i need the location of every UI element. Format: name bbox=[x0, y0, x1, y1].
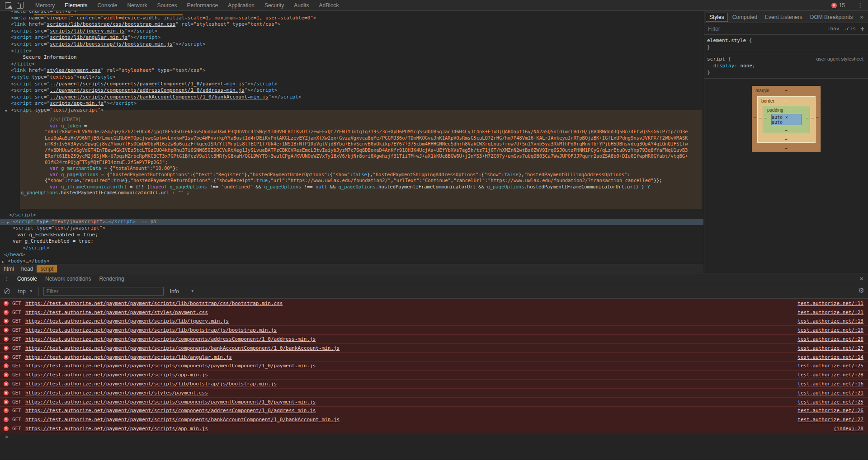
console-settings-gear-icon[interactable]: ⚙ bbox=[859, 286, 864, 295]
box-model-margin[interactable]: margin – – – – border – – – – padding – … bbox=[752, 86, 821, 152]
code-line[interactable]: var g_token = bbox=[20, 123, 703, 129]
code-line[interactable]: </script> bbox=[0, 245, 703, 252]
code-line[interactable]: ▼<script type="text/javascript"> bbox=[0, 107, 703, 114]
breadcrumb-item-script[interactable]: script bbox=[37, 265, 57, 272]
code-line[interactable]: var g_merchantData = {"totalAmount":"10.… bbox=[20, 165, 703, 172]
code-line[interactable] bbox=[20, 196, 703, 202]
tab-console[interactable]: Console bbox=[92, 0, 122, 11]
source-location-link[interactable]: test.authorize.net/:28 bbox=[797, 372, 868, 378]
code-line[interactable]: ▶<body>…</body> bbox=[0, 258, 703, 264]
breadcrumb-item-html[interactable]: html bbox=[0, 265, 18, 272]
code-line[interactable]: <title> bbox=[0, 48, 703, 55]
request-url-link[interactable]: https://test.authorize.net/payment/payme… bbox=[25, 363, 316, 369]
request-url-link[interactable]: https://test.authorize.net/payment/payme… bbox=[25, 327, 277, 333]
source-location-link[interactable]: test.authorize.net/:16 bbox=[797, 381, 868, 387]
code-line[interactable]: Secure Information bbox=[0, 54, 703, 61]
inspect-element-icon[interactable] bbox=[5, 2, 11, 9]
styles-filter-input[interactable]: Filter bbox=[704, 26, 720, 32]
selected-node-row[interactable]: ▶…<script type="text/javascript">…</scri… bbox=[0, 219, 703, 225]
tab-security[interactable]: Security bbox=[259, 0, 289, 11]
request-url-link[interactable]: https://test.authorize.net/payment/payme… bbox=[25, 372, 208, 378]
request-url-link[interactable]: https://test.authorize.net/payment/payme… bbox=[25, 408, 316, 413]
collapse-arrow-icon[interactable]: ▼ bbox=[5, 108, 7, 115]
source-location-link[interactable]: test.authorize.net/:21 bbox=[797, 390, 868, 396]
style-rule-element[interactable]: element.style { } bbox=[704, 35, 868, 53]
code-line[interactable]: nTK3rIv5V3Ayvs9pwqCj8vZYkmo7fFsOCmDWObyN… bbox=[20, 141, 703, 147]
drawer-menu-icon[interactable]: ⋮ bbox=[0, 276, 13, 282]
code-line[interactable]: {"show":true,"required":true},"hostedPay… bbox=[20, 178, 703, 184]
box-model-padding[interactable]: padding – – – – auto × auto bbox=[763, 106, 810, 133]
source-location-link[interactable]: test.authorize.net/:11 bbox=[797, 300, 868, 306]
box-model-border[interactable]: border – – – – padding – – – – auto × au… bbox=[757, 96, 816, 143]
source-location-link[interactable]: test.authorize.net/:26 bbox=[797, 408, 868, 413]
code-line[interactable]: </head> bbox=[0, 252, 703, 258]
sidebar-tab-event-listeners[interactable]: Event Listeners bbox=[762, 13, 806, 21]
code-line[interactable]: <script src="scripts/lib/bootstrap/js/bo… bbox=[0, 41, 703, 48]
code-line[interactable]: <script type="text/javascript"> bbox=[0, 225, 703, 232]
sidebar-tab-styles[interactable]: Styles bbox=[706, 13, 728, 22]
source-location-link[interactable]: test.authorize.net/:25 bbox=[797, 363, 868, 369]
request-url-link[interactable]: https://test.authorize.net/payment/payme… bbox=[25, 310, 208, 315]
code-line[interactable]: <link href="styles/payment.css" rel="sty… bbox=[0, 67, 703, 74]
console-prompt[interactable]: > bbox=[0, 433, 9, 440]
request-url-link[interactable]: https://test.authorize.net/payment/payme… bbox=[25, 300, 283, 306]
code-line[interactable]: 01fK24rnP0jgFT5yMQtFiP34zzuE.2f5ePY7Pp26… bbox=[20, 160, 703, 166]
request-url-link[interactable]: https://test.authorize.net/payment/payme… bbox=[25, 345, 340, 351]
request-url-link[interactable]: https://test.authorize.net/payment/payme… bbox=[25, 417, 340, 422]
tab-network[interactable]: Network bbox=[122, 0, 152, 11]
tab-adblock[interactable]: AdBlock bbox=[314, 0, 344, 11]
tab-sources[interactable]: Sources bbox=[152, 0, 182, 11]
source-location-link[interactable]: test.authorize.net/:26 bbox=[797, 336, 868, 342]
code-line[interactable]: <script src="scripts/lib/angular.min.js"… bbox=[0, 34, 703, 41]
source-location-link[interactable]: test.authorize.net/:27 bbox=[797, 345, 868, 351]
code-line[interactable]: var g_CreditEnabled = true; bbox=[0, 238, 703, 245]
code-line[interactable]: </title> bbox=[0, 61, 703, 68]
device-toolbar-icon[interactable] bbox=[19, 2, 24, 9]
more-tabs-icon[interactable]: » bbox=[860, 14, 868, 20]
code-line[interactable]: </script> bbox=[0, 212, 703, 219]
request-url-link[interactable]: https://test.authorize.net/payment/payme… bbox=[25, 318, 229, 324]
code-line[interactable]: Loi0uAa5iHxV96NTjE0/LmucGLRbOHTOpcjvweGp… bbox=[20, 135, 703, 141]
code-line[interactable]: <meta name="viewport" content="width=dev… bbox=[0, 15, 703, 22]
clear-console-icon[interactable] bbox=[4, 288, 10, 294]
source-location-link[interactable]: test.authorize.net/:16 bbox=[797, 327, 868, 333]
tab-elements[interactable]: Elements bbox=[60, 0, 92, 11]
tab-performance[interactable]: Performance bbox=[182, 0, 223, 11]
code-line[interactable]: <script src="../payment/scripts/componen… bbox=[0, 87, 703, 94]
more-menu-icon[interactable]: ⋮ bbox=[854, 2, 868, 9]
source-location-link[interactable]: test.authorize.net/:13 bbox=[797, 318, 868, 324]
new-style-rule-button[interactable]: + bbox=[860, 25, 864, 33]
code-line[interactable]: <script src="../payment/scripts/componen… bbox=[0, 81, 703, 88]
breadcrumb-item-head[interactable]: head bbox=[18, 265, 37, 272]
code-line[interactable]: var g_EcheckEnabled = true; bbox=[0, 232, 703, 239]
source-location-link[interactable]: test.authorize.net/:25 bbox=[797, 399, 868, 405]
request-url-link[interactable]: https://test.authorize.net/payment/payme… bbox=[25, 354, 232, 360]
code-line[interactable]: <script src="scripts/lib/jquery.min.js">… bbox=[0, 28, 703, 35]
sidebar-tab-computed[interactable]: Computed bbox=[729, 13, 760, 21]
source-location-link[interactable]: test.authorize.net/:21 bbox=[797, 310, 868, 315]
request-url-link[interactable]: https://test.authorize.net/payment/payme… bbox=[25, 426, 208, 432]
code-line[interactable]: <link href="scripts/lib/bootstrap/css/bo… bbox=[0, 21, 703, 28]
tab-audits[interactable]: Audits bbox=[289, 0, 314, 11]
style-rule-script[interactable]: script { user agent stylesheet display: … bbox=[704, 53, 868, 79]
code-line[interactable]: <script src="scripts/app-min.js"></scrip… bbox=[0, 100, 703, 107]
source-location-link[interactable]: test.authorize.net/:14 bbox=[797, 354, 868, 360]
request-url-link[interactable]: https://test.authorize.net/payment/payme… bbox=[25, 336, 316, 342]
error-count-badge[interactable]: × 15 bbox=[831, 2, 845, 9]
log-level-select[interactable]: Info▼ bbox=[166, 288, 198, 295]
code-line[interactable]: var g_iframeCommunicatorUrl = (!! (typeo… bbox=[20, 184, 703, 190]
code-line[interactable]: g_pageOptions.hostedPaymentIFrameCommuni… bbox=[20, 190, 703, 196]
code-line[interactable]: <style type="text/css">null</style> bbox=[0, 74, 703, 81]
sidebar-tab-dom-breakpoints[interactable]: DOM Breakpoints bbox=[807, 13, 856, 21]
execution-context-select[interactable]: top▼ bbox=[14, 288, 37, 295]
tab-memory[interactable]: Memory bbox=[30, 0, 60, 11]
tab-application[interactable]: Application bbox=[223, 0, 259, 11]
source-location-link[interactable]: test.authorize.net/:27 bbox=[797, 417, 868, 422]
code-line[interactable]: "nRa12k8WiEdLVkMrdeJaSm/g+/kZh2i+UCoKZjp… bbox=[20, 129, 703, 135]
code-line[interactable]: <meta charset="utf-8"> bbox=[0, 11, 703, 15]
pseudo-button-hov[interactable]: :hov bbox=[827, 26, 840, 32]
pseudo-button-cls[interactable]: .cls bbox=[844, 26, 856, 32]
console-tab-console[interactable]: Console bbox=[13, 276, 41, 282]
code-line[interactable]: ERoft61EbZ59ycM2j8SjWk+U7pqsHZrbcRpMKC3C… bbox=[20, 153, 703, 160]
source-location-link[interactable]: (index):28 bbox=[834, 426, 868, 432]
